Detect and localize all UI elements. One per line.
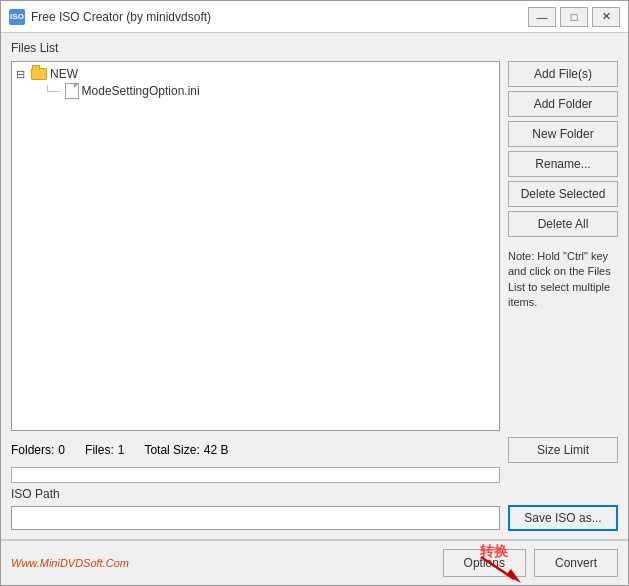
child-file-label: ModeSettingOption.ini — [82, 84, 200, 98]
main-content: Files List ⊟ NEW └─ ModeSettingOption.in… — [1, 33, 628, 539]
svg-marker-1 — [506, 569, 521, 583]
add-files-button[interactable]: Add File(s) — [508, 61, 618, 87]
status-bar: Folders: 0 Files: 1 Total Size: 42 B Siz… — [11, 437, 618, 463]
folders-label: Folders: — [11, 443, 54, 457]
sidebar-buttons: Add File(s) Add Folder New Folder Rename… — [508, 61, 618, 431]
delete-all-button[interactable]: Delete All — [508, 211, 618, 237]
maximize-button[interactable]: □ — [560, 7, 588, 27]
add-folder-button[interactable]: Add Folder — [508, 91, 618, 117]
status-info: Folders: 0 Files: 1 Total Size: 42 B — [11, 443, 508, 457]
expand-icon: ⊟ — [16, 68, 28, 81]
close-button[interactable]: ✕ — [592, 7, 620, 27]
files-list-label: Files List — [11, 41, 618, 55]
file-tree-panel: ⊟ NEW └─ ModeSettingOption.ini — [11, 61, 500, 431]
window-title: Free ISO Creator (by minidvdsoft) — [31, 10, 528, 24]
arrow-icon — [476, 555, 526, 585]
note-text: Note: Hold "Ctrl" key and click on the F… — [508, 249, 618, 311]
website-label: Www.MiniDVDSoft.Com — [11, 557, 435, 569]
tree-line: └─ — [44, 85, 60, 97]
size-limit-button[interactable]: Size Limit — [508, 437, 618, 463]
folder-icon — [31, 68, 47, 80]
iso-path-input[interactable] — [11, 506, 500, 530]
bottom-buttons: Options Convert — [443, 549, 618, 577]
folders-value: 0 — [58, 443, 65, 457]
iso-path-row: Save ISO as... — [11, 505, 618, 531]
root-folder-label: NEW — [50, 67, 78, 81]
total-label: Total Size: — [144, 443, 199, 457]
tree-child-item[interactable]: └─ ModeSettingOption.ini — [44, 82, 495, 100]
title-bar: ISO Free ISO Creator (by minidvdsoft) — … — [1, 1, 628, 33]
rename-button[interactable]: Rename... — [508, 151, 618, 177]
window-controls: — □ ✕ — [528, 7, 620, 27]
iso-path-section: ISO Path Save ISO as... — [11, 487, 618, 531]
bottom-bar: Www.MiniDVDSoft.Com 转换 Options Convert — [1, 540, 628, 585]
delete-selected-button[interactable]: Delete Selected — [508, 181, 618, 207]
save-iso-button[interactable]: Save ISO as... — [508, 505, 618, 531]
total-value: 42 B — [204, 443, 229, 457]
app-icon: ISO — [9, 9, 25, 25]
main-area: ⊟ NEW └─ ModeSettingOption.ini Add File(… — [11, 61, 618, 431]
iso-path-label: ISO Path — [11, 487, 618, 501]
file-icon — [65, 83, 79, 99]
files-label: Files: — [85, 443, 114, 457]
new-folder-button[interactable]: New Folder — [508, 121, 618, 147]
convert-button[interactable]: Convert — [534, 549, 618, 577]
files-value: 1 — [118, 443, 125, 457]
minimize-button[interactable]: — — [528, 7, 556, 27]
progress-bar — [11, 467, 500, 483]
tree-root-item[interactable]: ⊟ NEW — [16, 66, 495, 82]
progress-row — [11, 467, 618, 483]
main-window: ISO Free ISO Creator (by minidvdsoft) — … — [0, 0, 629, 586]
